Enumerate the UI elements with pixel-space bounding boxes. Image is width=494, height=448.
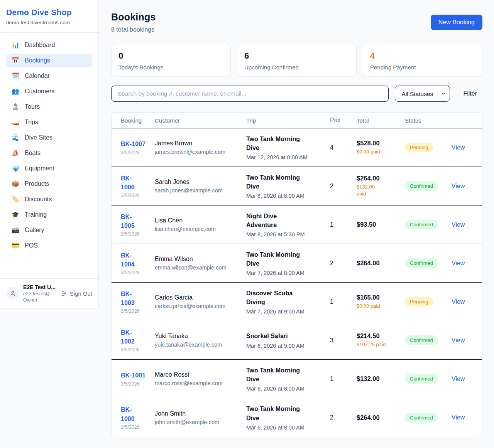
table-row: BK-1007 3/5/2026 James Brown james.brown… [112, 128, 482, 167]
table-row: BK-1005 3/5/2026 Lisa Chen lisa.chen@exa… [112, 205, 482, 244]
sidebar-item-pos[interactable]: 💳 POS [6, 239, 92, 253]
trip-datetime: Mar 6, 2026 at 8:00 AM [246, 386, 326, 392]
table-row: BK-1002 3/5/2026 Yuki Tanaka yuki.tanaka… [112, 321, 482, 360]
sidebar-item-boats[interactable]: ⛵ Boats [6, 146, 92, 160]
main-content: Bookings 8 total bookings New Booking 0 … [99, 0, 494, 448]
sidebar-item-label: POS [25, 242, 38, 249]
sidebar-item-label: Discounts [25, 196, 52, 203]
customer-email: lisa.chen@example.com [155, 226, 242, 232]
customer-email: emma.wilson@example.com [155, 264, 242, 271]
trip-name: Two Tank Morning Dive [246, 135, 308, 152]
booking-id-link[interactable]: BK-1000 [121, 405, 135, 423]
sign-out-button[interactable]: Sign Out [61, 290, 92, 297]
booking-date: 3/5/2026 [121, 308, 151, 314]
new-booking-button[interactable]: New Booking [431, 15, 482, 30]
view-link[interactable]: View [452, 337, 465, 344]
user-email: e2e-tester@... [23, 291, 57, 296]
trip-name: Two Tank Morning Dive [246, 404, 308, 422]
trips-icon: 🚤 [12, 119, 19, 125]
products-icon: 📦 [12, 181, 19, 187]
customer-name: Lisa Chen [155, 217, 242, 224]
booking-id-link[interactable]: BK-1005 [121, 212, 135, 230]
stat-value: 0 [118, 51, 223, 61]
page-header: Bookings 8 total bookings New Booking [111, 12, 482, 33]
sidebar-item-discounts[interactable]: 🏷️ Discounts [6, 192, 92, 206]
sidebar-item-training[interactable]: 🎓 Training [6, 208, 92, 222]
sidebar-item-trips[interactable]: 🚤 Trips [6, 115, 92, 129]
sidebar-item-bookings[interactable]: 📅 Bookings [6, 54, 92, 67]
column-header-customer: Customer [155, 117, 246, 124]
sidebar-item-gallery[interactable]: 📸 Gallery [6, 223, 92, 237]
pax-count: 4 [330, 144, 357, 151]
status-badge: Pending [405, 143, 433, 152]
trip-datetime: Mar 8, 2026 at 8:00 AM [246, 193, 326, 199]
person-icon [10, 290, 16, 296]
search-input[interactable] [111, 86, 389, 102]
sidebar-item-calendar[interactable]: 🗓️ Calendar [6, 69, 92, 83]
trip-datetime: Mar 12, 2026 at 8:00 AM [246, 154, 326, 160]
customers-icon: 👥 [12, 88, 19, 94]
pos-icon: 💳 [12, 243, 19, 249]
booking-id-link[interactable]: BK-1004 [121, 251, 135, 269]
view-link[interactable]: View [452, 260, 465, 266]
table-row: BK-1001 3/5/2026 Marco Rossi marco.rossi… [112, 360, 482, 398]
trip-datetime: Mar 6, 2026 at 8:00 AM [246, 424, 326, 431]
status-badge: Confirmed [405, 413, 438, 423]
avatar [6, 287, 19, 300]
trip-datetime: Mar 7, 2026 at 8:00 AM [246, 270, 326, 276]
brand: Demo Dive Shop demo.test.divestreams.com [0, 0, 98, 33]
sidebar-item-equipment[interactable]: 🤿 Equipment [6, 162, 92, 175]
view-link[interactable]: View [452, 183, 465, 189]
customer-name: James Brown [155, 140, 242, 147]
sidebar-item-tours[interactable]: 🏝️ Tours [6, 100, 92, 114]
bookings-count: 8 total bookings [111, 26, 156, 33]
sidebar: Demo Dive Shop demo.test.divestreams.com… [0, 0, 99, 308]
status-filter: All Statuses [395, 86, 450, 102]
booking-id-link[interactable]: BK-1001 [121, 371, 145, 380]
sidebar-item-dashboard[interactable]: 📊 Dashboard [6, 38, 92, 52]
booking-id-link[interactable]: BK-1007 [121, 140, 145, 148]
filter-button[interactable]: Filter [463, 90, 477, 97]
stat-label: Pending Payment [370, 64, 475, 71]
total-amount: $264.00 [357, 259, 401, 267]
column-header-booking: Booking [112, 117, 155, 124]
sign-out-icon [61, 290, 67, 296]
status-badge: Confirmed [405, 258, 438, 268]
sidebar-item-dive-sites[interactable]: 🌊 Dive Sites [6, 131, 92, 145]
trip-name: Night Dive Adventure [246, 212, 308, 229]
view-link[interactable]: View [452, 144, 465, 151]
stat-card: 4 Pending Payment [363, 44, 482, 76]
dashboard-icon: 📊 [12, 42, 19, 48]
view-link[interactable]: View [452, 221, 465, 228]
gallery-icon: 📸 [12, 227, 19, 233]
customer-name: Yuki Tanaka [155, 333, 242, 340]
view-link[interactable]: View [452, 376, 465, 382]
shop-domain: demo.test.divestreams.com [6, 20, 92, 25]
customer-name: Emma Wilson [155, 256, 242, 263]
view-link[interactable]: View [452, 414, 465, 421]
dive-sites-icon: 🌊 [12, 135, 19, 141]
status-badge: Confirmed [405, 335, 438, 345]
trip-name: Two Tank Morning Dive [246, 366, 308, 384]
table-row: BK-1004 3/5/2026 Emma Wilson emma.wilson… [112, 244, 482, 283]
table-header-row: BookingCustomerTripPaxTotalStatus [112, 113, 482, 128]
discounts-icon: 🏷️ [12, 196, 19, 202]
booking-id-link[interactable]: BK-1002 [121, 328, 135, 346]
page-title: Bookings [111, 12, 156, 23]
sidebar-item-products[interactable]: 📦 Products [6, 177, 92, 191]
user-role: Owner [23, 297, 57, 303]
customer-email: marco.rossi@example.com [155, 380, 242, 386]
sidebar-item-label: Dive Sites [25, 134, 52, 141]
stats-cards: 0 Today's Bookings 6 Upcoming Confirmed … [111, 44, 482, 76]
paid-amount: $0.00 paid [357, 148, 387, 155]
customer-email: john.smith@example.com [155, 419, 242, 425]
sidebar-item-customers[interactable]: 👥 Customers [6, 84, 92, 98]
paid-amount: $132.00paid [357, 184, 387, 197]
booking-id-link[interactable]: BK-1006 [121, 174, 135, 192]
booking-date: 3/5/2026 [121, 231, 151, 237]
view-link[interactable]: View [452, 298, 465, 305]
pax-count: 1 [330, 298, 357, 305]
stat-card: 6 Upcoming Confirmed [237, 44, 357, 76]
booking-id-link[interactable]: BK-1003 [121, 290, 135, 307]
status-filter-select[interactable]: All Statuses [395, 86, 450, 102]
